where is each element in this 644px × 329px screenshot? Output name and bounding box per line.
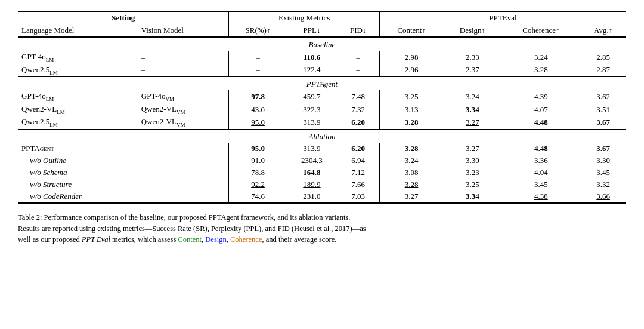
section-header-row: Ablation: [18, 129, 626, 143]
table-row: w/o Schema 78.8 164.8 7.12 3.08 3.23 4.0…: [18, 167, 626, 179]
avg-cell: 3.45: [580, 167, 626, 179]
lm-cell: w/o Structure: [18, 179, 138, 190]
sr-subheader: SR(%)↑: [229, 24, 287, 38]
caption-line3: well as our proposed PPT Eval metrics, w…: [18, 235, 336, 244]
design-cell: 3.27: [443, 143, 501, 155]
table-caption: Table 2: Performance comparison of the b…: [18, 212, 626, 245]
content-cell: 3.08: [379, 167, 443, 179]
fid-cell: 7.48: [337, 90, 379, 103]
content-cell: 3.28: [379, 116, 443, 129]
content-cell: 3.25: [379, 90, 443, 103]
ppl-cell: 459.7: [287, 90, 338, 103]
content-cell: 3.13: [379, 103, 443, 116]
content-cell: 3.28: [379, 143, 443, 155]
avg-cell: 3.67: [580, 143, 626, 155]
section-name: PPTAgent: [18, 77, 626, 91]
section-header-row: PPTAgent: [18, 77, 626, 91]
vm-subheader: Vision Model: [138, 24, 229, 38]
sr-cell: 74.6: [229, 190, 287, 203]
caption-coherence: Coherence: [230, 235, 262, 244]
table-row: Qwen2.5LM – – 122.4 – 2.96 2.37 3.28 2.8…: [18, 64, 626, 77]
vm-cell: [138, 190, 229, 203]
design-cell: 3.24: [443, 90, 501, 103]
fid-cell: 7.12: [337, 167, 379, 179]
coherence-cell: 3.36: [502, 155, 581, 167]
avg-cell: 3.62: [580, 90, 626, 103]
design-cell: 3.34: [443, 103, 501, 116]
table-row: w/o CodeRender 74.6 231.0 7.03 3.27 3.34…: [18, 190, 626, 203]
coherence-cell: 4.04: [502, 167, 581, 179]
table-row: w/o Outline 91.0 2304.3 6.94 3.24 3.30 3…: [18, 155, 626, 167]
lm-cell: GPT-4oLM: [18, 51, 138, 64]
vm-cell: GPT-4oVM: [138, 90, 229, 103]
design-cell: 3.23: [443, 167, 501, 179]
coherence-subheader: Coherence↑: [502, 24, 581, 38]
results-table: Setting Existing Metrics PPTEval Languag…: [18, 11, 626, 204]
avg-subheader: Avg.↑: [580, 24, 626, 38]
vm-cell: [138, 167, 229, 179]
avg-cell: 3.30: [580, 155, 626, 167]
vm-cell: [138, 143, 229, 155]
table-row: Qwen2.5LM Qwen2-VLVM 95.0 313.9 6.20 3.2…: [18, 116, 626, 129]
table-row: GPT-4oLM – – 110.6 – 2.98 2.33 3.24 2.85: [18, 51, 626, 64]
ppl-cell: 313.9: [287, 116, 338, 129]
vm-cell: Qwen2-VLVM: [138, 116, 229, 129]
vm-cell: –: [138, 64, 229, 77]
ppl-cell: 164.8: [287, 167, 338, 179]
coherence-cell: 4.38: [502, 190, 581, 203]
sr-cell: 91.0: [229, 155, 287, 167]
section-name: Baseline: [18, 37, 626, 51]
table-container: Setting Existing Metrics PPTEval Languag…: [18, 11, 626, 204]
ppl-cell: 122.4: [287, 64, 338, 77]
coherence-cell: 3.24: [502, 51, 581, 64]
design-cell: 3.25: [443, 179, 501, 190]
lm-cell: Qwen2-VLLM: [18, 103, 138, 116]
table-row: Qwen2-VLLM Qwen2-VLVM 43.0 322.3 7.32 3.…: [18, 103, 626, 116]
fid-subheader: FID↓: [337, 24, 379, 38]
coherence-cell: 4.39: [502, 90, 581, 103]
sr-cell: 95.0: [229, 116, 287, 129]
ppl-cell: 231.0: [287, 190, 338, 203]
avg-cell: 3.32: [580, 179, 626, 190]
caption-design: Design: [205, 235, 226, 244]
ppl-cell: 322.3: [287, 103, 338, 116]
vm-cell: –: [138, 51, 229, 64]
content-subheader: Content↑: [379, 24, 443, 38]
table-row: GPT-4oLM GPT-4oVM 97.8 459.7 7.48 3.25 3…: [18, 90, 626, 103]
design-cell: 3.27: [443, 116, 501, 129]
coherence-cell: 3.45: [502, 179, 581, 190]
content-cell: 3.27: [379, 190, 443, 203]
coherence-cell: 3.28: [502, 64, 581, 77]
design-cell: 3.34: [443, 190, 501, 203]
sr-cell: 43.0: [229, 103, 287, 116]
ppl-subheader: PPL↓: [287, 24, 338, 38]
avg-cell: 3.51: [580, 103, 626, 116]
fid-cell: 7.66: [337, 179, 379, 190]
avg-cell: 3.67: [580, 116, 626, 129]
fid-cell: –: [337, 51, 379, 64]
table-row: PPTAgent 95.0 313.9 6.20 3.28 3.27 4.48 …: [18, 143, 626, 155]
lm-cell: Qwen2.5LM: [18, 64, 138, 77]
content-cell: 3.28: [379, 179, 443, 190]
lm-cell: PPTAgent: [18, 143, 138, 155]
ppteval-header: PPTEval: [379, 11, 626, 24]
ppl-cell: 313.9: [287, 143, 338, 155]
lm-subheader: Language Model: [18, 24, 138, 38]
vm-cell: [138, 179, 229, 190]
design-cell: 2.37: [443, 64, 501, 77]
fid-cell: 6.94: [337, 155, 379, 167]
fid-cell: 7.32: [337, 103, 379, 116]
sr-cell: 78.8: [229, 167, 287, 179]
ppl-cell: 110.6: [287, 51, 338, 64]
sr-cell: 92.2: [229, 179, 287, 190]
lm-cell: Qwen2.5LM: [18, 116, 138, 129]
existing-metrics-header: Existing Metrics: [229, 11, 379, 24]
design-subheader: Design↑: [443, 24, 501, 38]
fid-cell: 6.20: [337, 116, 379, 129]
design-cell: 2.33: [443, 51, 501, 64]
ppl-cell: 2304.3: [287, 155, 338, 167]
coherence-cell: 4.48: [502, 143, 581, 155]
section-header-row: Baseline: [18, 37, 626, 51]
section-name: Ablation: [18, 129, 626, 143]
vm-cell: [138, 155, 229, 167]
